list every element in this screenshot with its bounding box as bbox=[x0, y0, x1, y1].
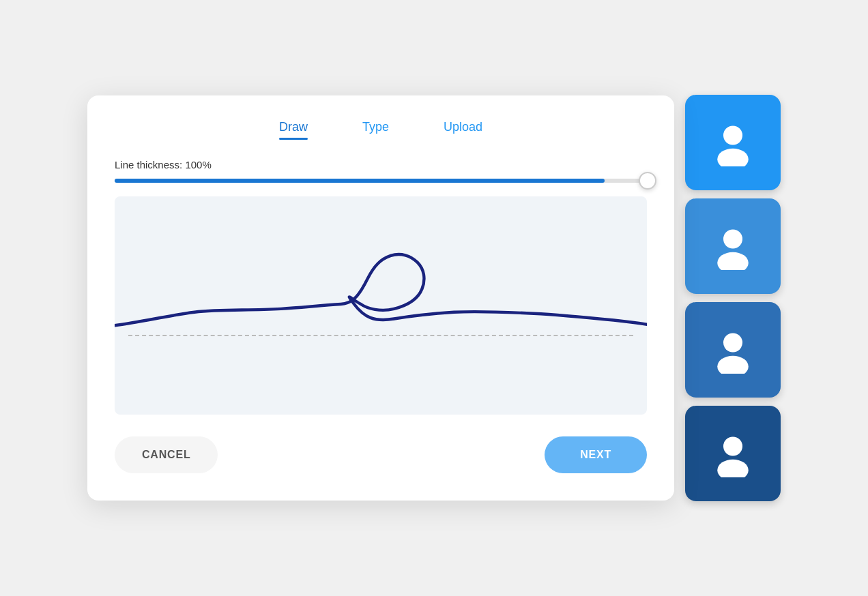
user-tile-3[interactable] bbox=[685, 302, 781, 398]
user-icon-3 bbox=[709, 326, 757, 374]
slider-thumb[interactable] bbox=[639, 172, 656, 190]
user-tile-1[interactable] bbox=[685, 95, 781, 190]
tab-type[interactable]: Type bbox=[362, 120, 389, 140]
user-icon-2 bbox=[709, 222, 757, 270]
baseline bbox=[128, 335, 633, 336]
svg-point-4 bbox=[723, 333, 742, 353]
svg-point-1 bbox=[717, 149, 749, 166]
cancel-button[interactable]: CANCEL bbox=[115, 436, 218, 473]
svg-point-6 bbox=[723, 437, 742, 456]
signature-canvas[interactable] bbox=[115, 196, 647, 415]
tab-bar: Draw Type Upload bbox=[115, 120, 647, 140]
svg-point-2 bbox=[723, 230, 742, 249]
user-tile-2[interactable] bbox=[685, 198, 781, 294]
tab-draw[interactable]: Draw bbox=[279, 120, 308, 140]
svg-point-7 bbox=[717, 460, 749, 477]
dialog-card: Draw Type Upload Line thickness: 100% CA… bbox=[87, 95, 674, 501]
thickness-label: Line thickness: 100% bbox=[115, 159, 647, 170]
svg-point-3 bbox=[717, 252, 749, 270]
user-icon-1 bbox=[709, 119, 757, 166]
slider-fill bbox=[115, 179, 605, 183]
svg-point-5 bbox=[717, 356, 749, 374]
slider-track[interactable] bbox=[115, 179, 647, 183]
user-icon-4 bbox=[709, 430, 757, 477]
slider-row bbox=[115, 179, 647, 183]
user-tile-4[interactable] bbox=[685, 406, 781, 501]
next-button[interactable]: NEXT bbox=[545, 436, 647, 473]
svg-point-0 bbox=[723, 126, 742, 145]
tab-upload[interactable]: Upload bbox=[444, 120, 482, 140]
signature-svg bbox=[115, 196, 647, 415]
buttons-row: CANCEL NEXT bbox=[115, 436, 647, 473]
scene: Draw Type Upload Line thickness: 100% CA… bbox=[87, 95, 781, 501]
user-sidebar bbox=[685, 95, 781, 501]
